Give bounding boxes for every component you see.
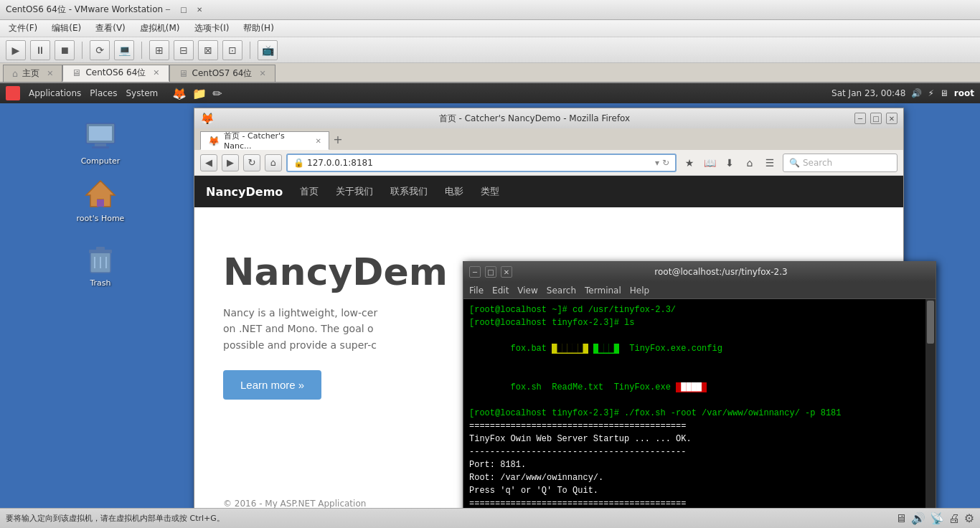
nav-bookmark-icon[interactable]: ★	[681, 154, 698, 171]
tab-centos7-close[interactable]: ✕	[259, 69, 265, 78]
files-quicklaunch[interactable]: 📁	[192, 87, 207, 100]
toolbar-btn-4[interactable]: ⟳	[90, 40, 110, 60]
tab-centos6-close[interactable]: ✕	[153, 68, 159, 77]
tab-centos7[interactable]: 🖥 CentOS7 64位 ✕	[169, 65, 275, 82]
terminal-minimize-btn[interactable]: ─	[469, 266, 481, 278]
toolbar-btn-9[interactable]: ⊡	[222, 40, 242, 60]
nav-download-icon[interactable]: ⬇	[721, 154, 738, 171]
svg-rect-2	[95, 143, 106, 146]
statusbar-text: 要将输入定向到该虚拟机，请在虚拟机内部单击或按 Ctrl+G。	[6, 513, 895, 524]
website-nav: NancyDemo 首页 关于我们 联系我们 电影 类型	[194, 176, 903, 207]
guest-os-area[interactable]: Applications Places System 🦊 📁 ✏ Sat Jan…	[0, 83, 980, 508]
trash-desktop-icon[interactable]: Trash	[72, 241, 129, 288]
nav-menu-icon[interactable]: ☰	[761, 154, 778, 171]
terminal-title: root@localhost:/usr/tinyfox-2.3	[512, 267, 930, 277]
firefox-navbar: ◀ ▶ ↻ ⌂ 🔒 127.0.0.1:8181 ▾ ↻ ★ 📖 ⬇ ⌂ ☰ 🔍…	[194, 150, 903, 176]
learn-more-button[interactable]: Learn more »	[223, 370, 321, 400]
menu-tabs[interactable]: 选项卡(I)	[189, 21, 235, 36]
toolbar-btn-5[interactable]: 💻	[114, 40, 134, 60]
firefox-maximize-btn[interactable]: □	[870, 113, 882, 124]
tab-home-close[interactable]: ✕	[47, 69, 53, 78]
menu-vm[interactable]: 虚拟机(M)	[134, 21, 186, 36]
firefox-quicklaunch[interactable]: 🦊	[172, 87, 187, 100]
terminal-menu-search[interactable]: Search	[547, 286, 576, 296]
tab-centos7-label: CentOS7 64位	[192, 67, 253, 80]
nav-forward-btn[interactable]: ▶	[222, 154, 239, 171]
menu-file[interactable]: 文件(F)	[3, 21, 43, 36]
search-placeholder: Search	[803, 158, 832, 168]
vmware-maximize-btn[interactable]: □	[179, 5, 189, 15]
gnome-system[interactable]: System	[126, 88, 158, 98]
tab-centos6-label: CentOS6 64位	[85, 67, 146, 79]
gnome-taskbar: Applications Places System 🦊 📁 ✏ Sat Jan…	[0, 83, 980, 103]
ff-tab-close[interactable]: ✕	[316, 137, 321, 145]
terminal-line-1: [root@localhost ~]# cd /usr/tinyfox-2.3/	[469, 303, 930, 316]
computer-desktop-icon[interactable]: Computer	[72, 119, 129, 166]
toolbar-btn-1[interactable]: ▶	[6, 40, 26, 60]
tab-home[interactable]: ⌂ 主页 ✕	[3, 65, 62, 82]
gnome-places[interactable]: Places	[90, 88, 117, 98]
vmware-minimize-btn[interactable]: ─	[163, 5, 173, 15]
terminal-close-btn[interactable]: ✕	[501, 266, 512, 278]
toolbar-btn-2[interactable]: ⏸	[30, 40, 50, 60]
website-nav-genre[interactable]: 类型	[481, 185, 499, 198]
toolbar-btn-8[interactable]: ⊠	[198, 40, 218, 60]
terminal-titlebar: ─ □ ✕ root@localhost:/usr/tinyfox-2.3	[463, 262, 936, 282]
home-icon-image	[83, 176, 118, 211]
home-icon-label: root's Home	[77, 214, 125, 223]
terminal-menu-help[interactable]: Help	[630, 286, 649, 296]
firefox-titlebar: 🦊 首页 - Catcher's NancyDemo - Mozilla Fir…	[194, 108, 903, 128]
firefox-search-bar[interactable]: 🔍 Search	[783, 154, 897, 172]
home-desktop-icon[interactable]: root's Home	[72, 176, 129, 223]
terminal-maximize-btn[interactable]: □	[485, 266, 496, 278]
computer-icon-image	[83, 119, 118, 154]
vmware-close-btn[interactable]: ✕	[194, 5, 204, 15]
vmware-titlebar: CentOS6 64位 - VMware Workstation ─ □ ✕	[0, 0, 980, 20]
terminal-line-4: fox.sh ReadMe.txt TinyFox.exe ████	[469, 368, 930, 407]
vmware-menubar: 文件(F) 编辑(E) 查看(V) 虚拟机(M) 选项卡(I) 帮助(H)	[0, 20, 980, 37]
tab-centos6[interactable]: 🖥 CentOS6 64位 ✕	[62, 65, 169, 82]
terminal-menu-edit[interactable]: Edit	[492, 286, 509, 296]
website-nav-home[interactable]: 首页	[300, 185, 319, 198]
nav-home-btn[interactable]: ⌂	[265, 154, 282, 171]
menu-view[interactable]: 查看(V)	[90, 21, 131, 36]
gnome-applications[interactable]: Applications	[29, 88, 81, 98]
centos6-icon: 🖥	[72, 67, 81, 78]
toolbar-btn-7[interactable]: ⊟	[174, 40, 194, 60]
toolbar-separator-1	[82, 42, 83, 59]
menu-help[interactable]: 帮助(H)	[237, 21, 279, 36]
website-nav-about[interactable]: 关于我们	[336, 185, 373, 198]
terminal-scrollbar[interactable]	[925, 299, 936, 508]
nav-refresh-btn[interactable]: ↻	[243, 154, 260, 171]
terminal-scroll-thumb[interactable]	[927, 301, 934, 344]
terminal-line-10: Root: /var/www/owinnancy/.	[469, 471, 930, 484]
vm-tabs: ⌂ 主页 ✕ 🖥 CentOS6 64位 ✕ 🖥 CentOS7 64位 ✕	[0, 63, 980, 83]
terminal-menu-file[interactable]: File	[469, 286, 484, 296]
toolbar-btn-3[interactable]: ⏹	[55, 40, 75, 60]
toolbar-btn-10[interactable]: 📺	[258, 40, 278, 60]
terminal-body[interactable]: [root@localhost ~]# cd /usr/tinyfox-2.3/…	[463, 299, 936, 508]
terminal-menu-view[interactable]: View	[517, 286, 537, 296]
svg-rect-5	[97, 199, 104, 207]
website-nav-movies[interactable]: 电影	[445, 185, 463, 198]
firefox-title: 首页 - Catcher's NancyDemo - Mozilla Firef…	[215, 113, 854, 125]
ff-tab-nancydemo[interactable]: 🦊 首页 - Catcher's Nanc... ✕	[200, 131, 329, 150]
toolbar-btn-6[interactable]: ⊞	[149, 40, 169, 60]
firefox-logo-icon: 🦊	[200, 112, 215, 126]
firefox-minimize-btn[interactable]: ─	[854, 113, 866, 124]
url-lock-icon: 🔒	[293, 158, 304, 168]
menu-edit[interactable]: 编辑(E)	[46, 21, 87, 36]
edit-quicklaunch[interactable]: ✏	[212, 87, 222, 100]
nav-reader-icon[interactable]: 📖	[701, 154, 718, 171]
terminal-menu-terminal[interactable]: Terminal	[585, 286, 621, 296]
ff-new-tab-btn[interactable]: +	[329, 131, 347, 148]
website-nav-contact[interactable]: 联系我们	[390, 185, 428, 198]
statusbar-icon-1: 🖥	[895, 512, 907, 525]
nav-home-icon2[interactable]: ⌂	[741, 154, 758, 171]
firefox-close-btn[interactable]: ✕	[886, 113, 897, 124]
toolbar-separator-3	[250, 42, 250, 59]
gnome-network-icon: 🖥	[940, 88, 948, 98]
firefox-url-bar[interactable]: 🔒 127.0.0.1:8181 ▾ ↻	[286, 154, 677, 172]
nav-back-btn[interactable]: ◀	[200, 154, 217, 171]
gnome-user: root	[954, 88, 974, 98]
